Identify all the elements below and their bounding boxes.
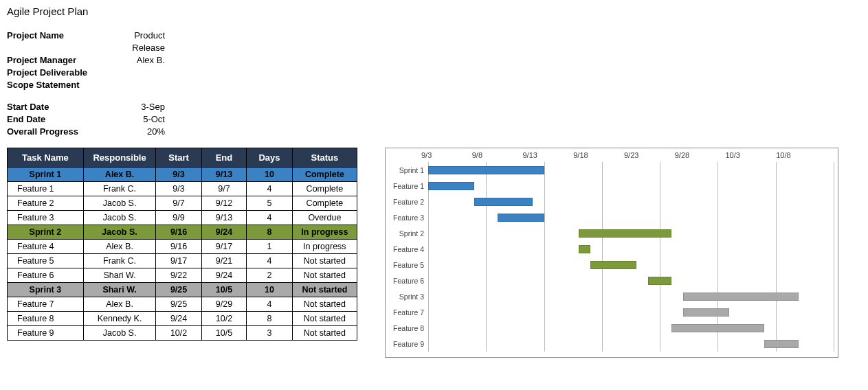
- cell-resp: Shari W.: [83, 268, 156, 283]
- cell-start: 9/17: [156, 254, 201, 268]
- gantt-bar: [683, 308, 729, 317]
- cell-start: 9/25: [156, 297, 201, 312]
- project-manager-label: Project Manager: [7, 54, 103, 67]
- cell-status: Not started: [292, 268, 357, 283]
- col-header-end: End: [201, 148, 247, 168]
- cell-end: 10/2: [201, 312, 247, 326]
- cell-end: 9/7: [201, 182, 247, 196]
- cell-start: 9/24: [156, 312, 201, 326]
- col-header-days: Days: [247, 148, 293, 168]
- project-name-label: Project Name: [7, 30, 103, 54]
- overall-progress-value: 20%: [103, 126, 165, 138]
- cell-end: 9/13: [201, 211, 247, 225]
- task-row: Feature 7Alex B.9/259/294Not started: [8, 297, 357, 312]
- project-manager-value: Alex B.: [103, 54, 165, 67]
- task-table: Task Name Responsible Start End Days Sta…: [7, 148, 357, 341]
- cell-status: In progress: [292, 240, 357, 254]
- gantt-chart: 9/39/89/139/189/239/2810/310/8 Sprint 1F…: [385, 148, 838, 358]
- cell-status: Not started: [292, 254, 357, 268]
- project-info-block: Project Name Product Release Project Man…: [7, 30, 861, 91]
- cell-status: Not started: [292, 297, 357, 312]
- gantt-bar: [764, 340, 799, 348]
- gantt-row-label: Sprint 1: [387, 166, 428, 174]
- col-header-status: Status: [292, 148, 357, 168]
- cell-task: Feature 7: [8, 297, 84, 312]
- gantt-bar: [474, 198, 532, 206]
- cell-start: 9/22: [156, 268, 201, 283]
- cell-end: 9/24: [201, 268, 247, 283]
- col-header-task: Task Name: [8, 148, 84, 168]
- cell-task: Feature 5: [8, 254, 84, 268]
- cell-task: Sprint 1: [8, 168, 84, 182]
- cell-task: Feature 6: [8, 268, 84, 283]
- col-header-responsible: Responsible: [83, 148, 156, 168]
- cell-start: 10/2: [156, 326, 201, 341]
- cell-end: 9/12: [201, 196, 247, 211]
- gantt-row-label: Feature 2: [387, 198, 428, 206]
- cell-status: Not started: [292, 312, 357, 326]
- cell-status: Not started: [292, 283, 357, 297]
- cell-days: 3: [247, 326, 293, 341]
- gantt-bar: [498, 214, 544, 222]
- cell-end: 10/5: [201, 326, 247, 341]
- cell-task: Feature 4: [8, 240, 84, 254]
- gantt-row: Feature 3: [387, 209, 834, 225]
- cell-days: 1: [247, 240, 293, 254]
- cell-days: 10: [247, 283, 293, 297]
- overall-progress-label: Overall Progress: [7, 126, 103, 138]
- task-row: Feature 4Alex B.9/169/171In progress: [8, 240, 357, 254]
- col-header-start: Start: [156, 148, 201, 168]
- cell-start: 9/25: [156, 283, 201, 297]
- cell-days: 8: [247, 312, 293, 326]
- task-row: Feature 3Jacob S.9/99/134Overdue: [8, 211, 357, 225]
- cell-resp: Alex B.: [83, 297, 156, 312]
- gantt-axis-tick: 9/18: [580, 151, 631, 159]
- cell-status: Complete: [292, 168, 357, 182]
- cell-resp: Alex B.: [83, 240, 156, 254]
- gantt-bar: [648, 277, 671, 285]
- cell-resp: Jacob S.: [83, 196, 156, 211]
- sprint-row: Sprint 2Jacob S.9/169/248In progress: [8, 225, 357, 240]
- sprint-row: Sprint 1Alex B.9/39/1310Complete: [8, 168, 357, 182]
- cell-days: 4: [247, 254, 293, 268]
- project-deliverable-label: Project Deliverable: [7, 67, 103, 79]
- cell-status: In progress: [292, 225, 357, 240]
- cell-task: Feature 9: [8, 326, 84, 341]
- cell-start: 9/3: [156, 168, 201, 182]
- cell-status: Complete: [292, 182, 357, 196]
- gantt-bar: [683, 292, 799, 301]
- gantt-axis-tick: 9/8: [479, 151, 530, 159]
- gantt-row: Feature 8: [387, 320, 834, 336]
- gantt-row-label: Sprint 3: [387, 292, 428, 301]
- cell-start: 9/9: [156, 211, 201, 225]
- project-dates-block: Start Date 3-Sep End Date 5-Oct Overall …: [7, 101, 861, 138]
- gantt-row: Feature 1: [387, 178, 834, 194]
- gantt-row-label: Feature 4: [387, 245, 428, 253]
- gantt-axis-tick: 9/3: [428, 151, 479, 159]
- cell-task: Sprint 3: [8, 283, 84, 297]
- cell-days: 2: [247, 268, 293, 283]
- cell-resp: Jacob S.: [83, 326, 156, 341]
- cell-task: Sprint 2: [8, 225, 84, 240]
- gantt-bar: [428, 182, 474, 190]
- cell-resp: Frank C.: [83, 254, 156, 268]
- cell-days: 5: [247, 196, 293, 211]
- scope-statement-value: [103, 79, 165, 91]
- task-row: Feature 5Frank C.9/179/214Not started: [8, 254, 357, 268]
- project-deliverable-value: [103, 67, 165, 79]
- project-name-value: Product Release: [103, 30, 165, 54]
- gantt-row-label: Sprint 2: [387, 229, 428, 238]
- cell-days: 4: [247, 211, 293, 225]
- gantt-row: Sprint 3: [387, 288, 834, 304]
- cell-resp: Kennedy K.: [83, 312, 156, 326]
- gantt-row: Feature 4: [387, 241, 834, 257]
- start-date-value: 3-Sep: [103, 101, 165, 113]
- gantt-row-label: Feature 5: [387, 261, 428, 269]
- cell-status: Overdue: [292, 211, 357, 225]
- cell-end: 10/5: [201, 283, 247, 297]
- gantt-row-label: Feature 1: [387, 182, 428, 190]
- task-row: Feature 8Kennedy K.9/2410/28Not started: [8, 312, 357, 326]
- gantt-row-label: Feature 9: [387, 340, 428, 348]
- task-row: Feature 2Jacob S.9/79/125Complete: [8, 196, 357, 211]
- start-date-label: Start Date: [7, 101, 103, 113]
